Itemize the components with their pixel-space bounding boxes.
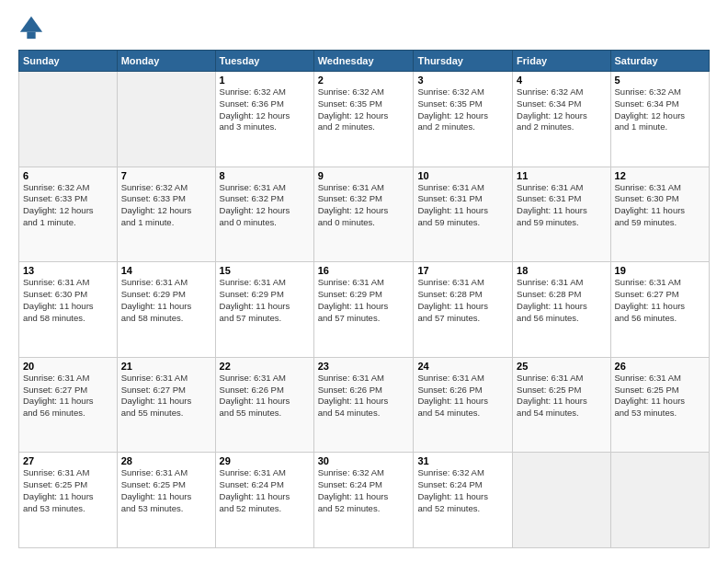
svg-marker-0 — [20, 17, 42, 32]
calendar-cell: 13Sunrise: 6:31 AM Sunset: 6:30 PM Dayli… — [19, 262, 118, 358]
calendar-cell — [513, 453, 610, 548]
day-number: 16 — [318, 265, 410, 276]
calendar-cell: 16Sunrise: 6:31 AM Sunset: 6:29 PM Dayli… — [313, 262, 414, 358]
day-info: Sunrise: 6:31 AM Sunset: 6:24 PM Dayligh… — [220, 467, 310, 514]
week-row: 13Sunrise: 6:31 AM Sunset: 6:30 PM Dayli… — [19, 262, 710, 358]
day-number: 3 — [417, 75, 508, 86]
day-info: Sunrise: 6:31 AM Sunset: 6:29 PM Dayligh… — [220, 277, 310, 324]
logo-icon — [18, 15, 44, 40]
day-number: 1 — [220, 75, 310, 86]
day-info: Sunrise: 6:31 AM Sunset: 6:30 PM Dayligh… — [615, 182, 705, 229]
calendar-cell: 6Sunrise: 6:32 AM Sunset: 6:33 PM Daylig… — [19, 167, 118, 262]
day-number: 10 — [417, 170, 508, 181]
week-row: 1Sunrise: 6:32 AM Sunset: 6:36 PM Daylig… — [19, 72, 710, 167]
day-info: Sunrise: 6:31 AM Sunset: 6:29 PM Dayligh… — [318, 277, 410, 324]
day-info: Sunrise: 6:32 AM Sunset: 6:34 PM Dayligh… — [615, 86, 705, 133]
calendar-cell: 26Sunrise: 6:31 AM Sunset: 6:25 PM Dayli… — [610, 357, 709, 453]
day-number: 17 — [417, 265, 508, 276]
calendar-cell: 17Sunrise: 6:31 AM Sunset: 6:28 PM Dayli… — [414, 262, 513, 358]
day-info: Sunrise: 6:31 AM Sunset: 6:25 PM Dayligh… — [23, 467, 113, 514]
page: SundayMondayTuesdayWednesdayThursdayFrid… — [0, 0, 728, 563]
calendar-cell: 21Sunrise: 6:31 AM Sunset: 6:27 PM Dayli… — [117, 357, 215, 453]
day-number: 29 — [220, 455, 310, 466]
day-number: 27 — [23, 455, 113, 466]
day-number: 23 — [318, 361, 410, 372]
svg-rect-1 — [27, 32, 35, 39]
day-info: Sunrise: 6:31 AM Sunset: 6:30 PM Dayligh… — [23, 277, 113, 324]
day-info: Sunrise: 6:32 AM Sunset: 6:33 PM Dayligh… — [121, 182, 211, 229]
day-info: Sunrise: 6:31 AM Sunset: 6:25 PM Dayligh… — [121, 467, 211, 514]
calendar-cell: 23Sunrise: 6:31 AM Sunset: 6:26 PM Dayli… — [313, 357, 414, 453]
day-info: Sunrise: 6:31 AM Sunset: 6:29 PM Dayligh… — [121, 277, 211, 324]
day-info: Sunrise: 6:31 AM Sunset: 6:26 PM Dayligh… — [318, 373, 410, 419]
day-info: Sunrise: 6:32 AM Sunset: 6:24 PM Dayligh… — [417, 467, 508, 514]
day-number: 13 — [23, 265, 113, 276]
day-info: Sunrise: 6:31 AM Sunset: 6:31 PM Dayligh… — [517, 182, 606, 229]
day-number: 26 — [615, 361, 705, 372]
day-number: 4 — [517, 75, 606, 86]
calendar-cell: 28Sunrise: 6:31 AM Sunset: 6:25 PM Dayli… — [117, 453, 215, 548]
calendar: SundayMondayTuesdayWednesdayThursdayFrid… — [18, 50, 710, 548]
day-number: 7 — [121, 170, 211, 181]
day-info: Sunrise: 6:32 AM Sunset: 6:35 PM Dayligh… — [318, 86, 410, 133]
day-number: 22 — [220, 361, 310, 372]
day-number: 15 — [220, 265, 310, 276]
weekday-header: Friday — [513, 51, 610, 72]
calendar-cell: 24Sunrise: 6:31 AM Sunset: 6:26 PM Dayli… — [414, 357, 513, 453]
calendar-cell: 20Sunrise: 6:31 AM Sunset: 6:27 PM Dayli… — [19, 357, 118, 453]
day-info: Sunrise: 6:32 AM Sunset: 6:36 PM Dayligh… — [220, 86, 310, 133]
day-info: Sunrise: 6:31 AM Sunset: 6:25 PM Dayligh… — [517, 373, 606, 419]
week-row: 27Sunrise: 6:31 AM Sunset: 6:25 PM Dayli… — [19, 453, 710, 548]
calendar-cell: 10Sunrise: 6:31 AM Sunset: 6:31 PM Dayli… — [414, 167, 513, 262]
day-number: 24 — [417, 361, 508, 372]
calendar-cell: 4Sunrise: 6:32 AM Sunset: 6:34 PM Daylig… — [513, 72, 610, 167]
day-info: Sunrise: 6:32 AM Sunset: 6:34 PM Dayligh… — [517, 86, 606, 133]
calendar-cell: 19Sunrise: 6:31 AM Sunset: 6:27 PM Dayli… — [610, 262, 709, 358]
calendar-cell: 31Sunrise: 6:32 AM Sunset: 6:24 PM Dayli… — [414, 453, 513, 548]
calendar-cell: 14Sunrise: 6:31 AM Sunset: 6:29 PM Dayli… — [117, 262, 215, 358]
calendar-cell — [117, 72, 215, 167]
day-number: 20 — [23, 361, 113, 372]
calendar-header-row: SundayMondayTuesdayWednesdayThursdayFrid… — [19, 51, 710, 72]
weekday-header: Saturday — [610, 51, 709, 72]
day-number: 28 — [121, 455, 211, 466]
day-number: 30 — [318, 455, 410, 466]
calendar-cell: 27Sunrise: 6:31 AM Sunset: 6:25 PM Dayli… — [19, 453, 118, 548]
calendar-cell: 1Sunrise: 6:32 AM Sunset: 6:36 PM Daylig… — [215, 72, 313, 167]
calendar-cell: 9Sunrise: 6:31 AM Sunset: 6:32 PM Daylig… — [313, 167, 414, 262]
day-number: 6 — [23, 170, 113, 181]
day-number: 14 — [121, 265, 211, 276]
day-number: 18 — [517, 265, 606, 276]
calendar-cell: 3Sunrise: 6:32 AM Sunset: 6:35 PM Daylig… — [414, 72, 513, 167]
weekday-header: Wednesday — [313, 51, 414, 72]
calendar-cell: 5Sunrise: 6:32 AM Sunset: 6:34 PM Daylig… — [610, 72, 709, 167]
day-info: Sunrise: 6:31 AM Sunset: 6:32 PM Dayligh… — [318, 182, 410, 229]
day-number: 5 — [615, 75, 705, 86]
weekday-header: Tuesday — [215, 51, 313, 72]
day-info: Sunrise: 6:31 AM Sunset: 6:28 PM Dayligh… — [417, 277, 508, 324]
day-info: Sunrise: 6:31 AM Sunset: 6:31 PM Dayligh… — [417, 182, 508, 229]
header — [18, 15, 710, 40]
day-info: Sunrise: 6:31 AM Sunset: 6:26 PM Dayligh… — [220, 373, 310, 419]
day-number: 8 — [220, 170, 310, 181]
day-number: 19 — [615, 265, 705, 276]
logo — [18, 15, 48, 40]
calendar-cell: 2Sunrise: 6:32 AM Sunset: 6:35 PM Daylig… — [313, 72, 414, 167]
calendar-cell: 29Sunrise: 6:31 AM Sunset: 6:24 PM Dayli… — [215, 453, 313, 548]
weekday-header: Thursday — [414, 51, 513, 72]
day-number: 11 — [517, 170, 606, 181]
weekday-header: Sunday — [19, 51, 118, 72]
week-row: 6Sunrise: 6:32 AM Sunset: 6:33 PM Daylig… — [19, 167, 710, 262]
day-info: Sunrise: 6:31 AM Sunset: 6:27 PM Dayligh… — [121, 373, 211, 419]
day-number: 25 — [517, 361, 606, 372]
calendar-cell: 25Sunrise: 6:31 AM Sunset: 6:25 PM Dayli… — [513, 357, 610, 453]
day-info: Sunrise: 6:32 AM Sunset: 6:35 PM Dayligh… — [417, 86, 508, 133]
day-info: Sunrise: 6:31 AM Sunset: 6:25 PM Dayligh… — [615, 373, 705, 419]
weekday-header: Monday — [117, 51, 215, 72]
day-number: 12 — [615, 170, 705, 181]
calendar-cell: 30Sunrise: 6:32 AM Sunset: 6:24 PM Dayli… — [313, 453, 414, 548]
calendar-cell — [19, 72, 118, 167]
day-number: 2 — [318, 75, 410, 86]
day-number: 21 — [121, 361, 211, 372]
week-row: 20Sunrise: 6:31 AM Sunset: 6:27 PM Dayli… — [19, 357, 710, 453]
